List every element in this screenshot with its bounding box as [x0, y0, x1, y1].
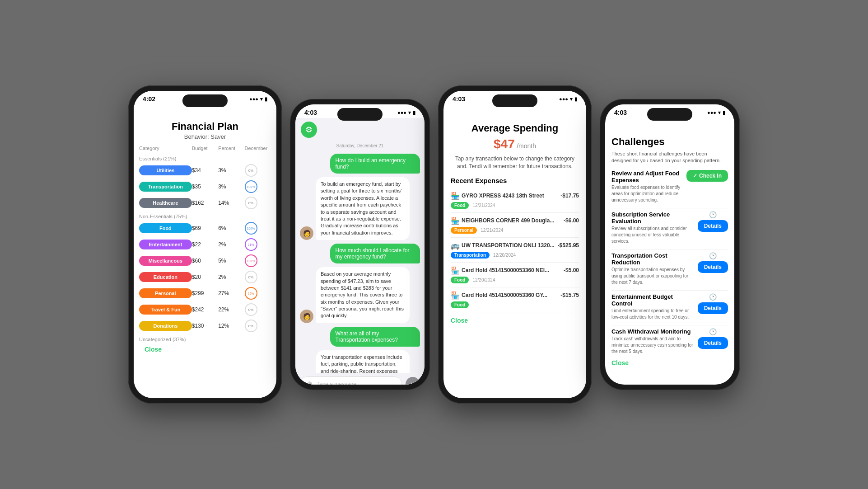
signal-icon-2: ●●●	[397, 110, 406, 115]
category-transportation[interactable]: Transportation	[139, 182, 192, 192]
col-percent: Percent	[218, 146, 244, 151]
category-food[interactable]: Food	[139, 223, 192, 233]
divider-3	[611, 290, 728, 291]
wifi-icon-2: ▾	[408, 110, 411, 116]
avg-title: Average Spending	[451, 122, 579, 134]
expense-name-2: NEIGHBORS CORNER 499 Dougla...	[462, 217, 554, 224]
challenge-title-1: Review and Adjust Food Expenses	[611, 170, 683, 183]
check-in-button[interactable]: ✓ Check In	[686, 170, 728, 182]
category-donations[interactable]: Donations	[139, 321, 192, 331]
checkin-label: Check In	[699, 173, 722, 179]
expense-name-5: Card Hold 451415000053360 GY...	[462, 292, 547, 298]
close-btn-1[interactable]: Close	[139, 342, 167, 357]
percent-food: 6%	[218, 225, 244, 231]
circle-food: 100%	[245, 222, 257, 235]
average-spending-screen: Average Spending $47 /month Tap any tran…	[443, 104, 586, 398]
category-utilities[interactable]: Utilities	[139, 165, 192, 175]
challenge-item-1: Review and Adjust Food Expenses Evaluate…	[611, 170, 728, 203]
expense-item-3[interactable]: 🚌 UW TRANSPORTATION ONLI 1320... -$525.9…	[451, 238, 579, 263]
wifi-icon: ▾	[260, 96, 263, 102]
expense-tag-2[interactable]: Personal	[451, 227, 477, 234]
expense-amount-3: -$525.95	[558, 242, 579, 249]
category-travel[interactable]: Travel & Fun	[139, 305, 192, 315]
financial-plan-screen: Financial Plan Behavior: Saver Category …	[134, 104, 276, 398]
signal-icon: ●●●	[249, 96, 258, 102]
expense-item-1[interactable]: 🏪 GYRO XPRESS 4243 18th Street -$17.75 F…	[451, 188, 579, 213]
challenge-desc-3: Optimize transportation expenses by usin…	[611, 267, 694, 286]
close-btn-4[interactable]: Close	[611, 359, 728, 367]
expense-item-5[interactable]: 🏪 Card Hold 451415000053360 GY... -$15.7…	[451, 287, 579, 312]
message-6-left: Your transportation expenses include fue…	[316, 350, 410, 373]
status-time-1: 4:02	[143, 95, 155, 103]
challenges-description: These short financial challenges have be…	[611, 150, 728, 165]
challenge-desc-1: Evaluate food expenses to identify areas…	[611, 184, 683, 203]
expense-item-2[interactable]: 🏪 NEIGHBORS CORNER 499 Dougla... -$6.00 …	[451, 213, 579, 238]
category-healthcare[interactable]: Healthcare	[139, 198, 192, 208]
budget-education: $20	[192, 274, 218, 280]
chat-input-field[interactable]: 🗑 Type a message...	[300, 376, 402, 385]
fp-title: Financial Plan	[141, 121, 269, 132]
details-button-2[interactable]: Details	[698, 220, 728, 232]
budget-food: $69	[192, 225, 218, 231]
budget-miscellaneous: $60	[192, 258, 218, 264]
table-row: Transportation $35 3% 100%	[134, 179, 276, 195]
category-miscellaneous[interactable]: Miscellaneous	[139, 256, 192, 266]
category-entertainment[interactable]: Entertainment	[139, 240, 192, 249]
expense-name-4: Card Hold 451415000053360 NEI...	[462, 267, 549, 273]
table-row: Travel & Fun $242 22% 0%	[134, 301, 276, 318]
message-6-left-wrap: 🧑 Your transportation expenses include f…	[300, 350, 420, 373]
battery-icon-3: ▮	[574, 96, 577, 102]
budget-travel: $242	[192, 306, 218, 313]
budget-entertainment: $22	[192, 241, 218, 248]
percent-miscellaneous: 5%	[218, 258, 244, 264]
category-personal[interactable]: Personal	[139, 288, 192, 298]
expense-tag-4[interactable]: Food	[451, 277, 469, 283]
phone-2: 4:03 ●●● ▾ ▮ ⚙ Saturday, December 21 How…	[290, 99, 430, 390]
circle-entertainment: 21%	[245, 238, 257, 251]
challenge-item-5: Cash Withdrawal Monitoring Track cash wi…	[611, 328, 728, 355]
wifi-icon-3: ▾	[570, 96, 573, 102]
expense-item-4[interactable]: 🏪 Card Hold 451415000053360 NEI... -$5.0…	[451, 263, 579, 287]
send-button[interactable]: ➤	[406, 377, 420, 385]
category-education[interactable]: Education	[139, 272, 192, 282]
chat-messages-area: Saturday, December 21 How do I build an …	[295, 138, 425, 373]
chat-screen: ⚙ Saturday, December 21 How do I build a…	[295, 118, 425, 385]
expense-amount-4: -$5.00	[564, 267, 579, 273]
expense-tag-1[interactable]: Food	[451, 202, 469, 209]
expense-icon-4: 🏪	[451, 266, 460, 275]
battery-icon-2: ▮	[413, 110, 415, 116]
close-btn-3[interactable]: Close	[451, 317, 579, 324]
phones-container: 4:02 ●●● ▾ ▮ Financial Plan Behavior: Sa…	[128, 85, 740, 404]
ai-avatar-2: 🧑	[300, 310, 313, 323]
signal-icon-3: ●●●	[559, 96, 568, 102]
col-budget: Budget	[192, 146, 218, 151]
budget-utilities: $34	[192, 167, 218, 174]
percent-transportation: 3%	[218, 183, 244, 190]
phone-1: 4:02 ●●● ▾ ▮ Financial Plan Behavior: Sa…	[128, 85, 282, 404]
wifi-icon-4: ▾	[718, 110, 721, 116]
table-row: Utilities $34 3% 0%	[134, 162, 276, 179]
settings-gear-icon[interactable]: ⚙	[301, 122, 317, 138]
expense-tag-3[interactable]: Transportation	[451, 252, 490, 259]
percent-utilities: 3%	[218, 167, 244, 174]
avg-description: Tap any transaction below to change the …	[451, 155, 579, 170]
avg-amount-row: $47 /month	[451, 137, 579, 151]
status-icons-1: ●●● ▾ ▮	[249, 96, 267, 102]
circle-travel: 0%	[245, 303, 257, 316]
expense-icon-3: 🚌	[451, 241, 460, 250]
status-icons-4: ●●● ▾ ▮	[707, 110, 725, 116]
details-button-5[interactable]: Details	[698, 337, 728, 349]
circle-donations: 0%	[245, 320, 257, 332]
status-icons-3: ●●● ▾ ▮	[559, 96, 577, 102]
percent-entertainment: 2%	[218, 241, 244, 248]
expense-icon-1: 🏪	[451, 192, 460, 200]
divider-4	[611, 325, 728, 325]
message-2-left-wrap: 🧑 To build an emergency fund, start by s…	[300, 177, 420, 240]
status-time-2: 4:03	[304, 109, 317, 116]
circle-miscellaneous: 100%	[245, 254, 257, 267]
expense-tag-5[interactable]: Food	[451, 301, 469, 308]
percent-personal: 27%	[218, 290, 244, 296]
chat-input-bar: 🗑 Type a message... ➤	[295, 373, 425, 385]
details-button-3[interactable]: Details	[698, 261, 728, 273]
details-button-4[interactable]: Details	[698, 302, 728, 314]
